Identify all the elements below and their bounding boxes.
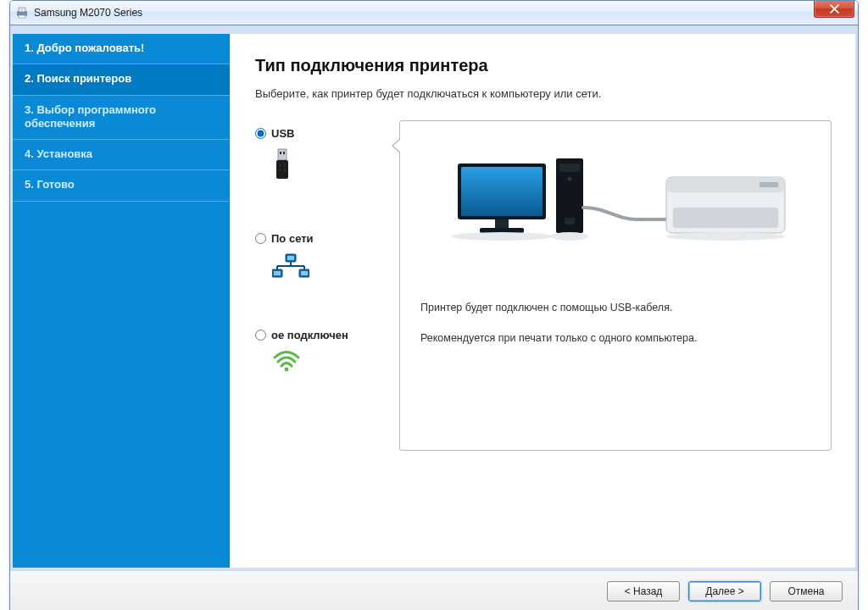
svg-rect-34 bbox=[760, 182, 778, 187]
radio-usb-label[interactable]: USB bbox=[271, 127, 294, 140]
radio-network[interactable] bbox=[255, 233, 266, 244]
svg-rect-28 bbox=[559, 164, 580, 172]
step-select-software[interactable]: 3. Выбор программного обеспечения bbox=[13, 96, 230, 141]
printer-app-icon bbox=[15, 6, 29, 19]
svg-rect-5 bbox=[283, 152, 285, 154]
step-done[interactable]: 5. Готово bbox=[13, 170, 230, 201]
cancel-button[interactable]: Отмена bbox=[770, 581, 843, 602]
titlebar: Samsung M2070 Series bbox=[10, 1, 858, 25]
svg-rect-20 bbox=[301, 271, 308, 275]
connection-options: USB bbox=[255, 120, 399, 422]
usb-connection-illustration bbox=[415, 152, 815, 262]
close-button[interactable] bbox=[814, 0, 854, 18]
option-usb: USB bbox=[255, 127, 399, 185]
svg-rect-3 bbox=[278, 149, 287, 160]
page-title: Тип подключения принтера bbox=[255, 56, 832, 75]
radio-wireless-label[interactable]: ое подключен bbox=[271, 329, 348, 341]
wizard-footer: < Назад Далее > Отмена bbox=[10, 570, 858, 610]
close-icon bbox=[830, 4, 839, 14]
panel-text-1: Принтер будет подключен с помощью USB-ка… bbox=[420, 301, 815, 316]
svg-point-8 bbox=[284, 164, 286, 166]
next-button[interactable]: Далее > bbox=[688, 581, 761, 602]
option-wireless: ое подключен bbox=[255, 329, 399, 374]
page-subtitle: Выберите, как принтер будет подключаться… bbox=[255, 87, 832, 100]
usb-icon bbox=[272, 148, 399, 185]
svg-point-29 bbox=[567, 176, 571, 180]
svg-point-36 bbox=[451, 232, 553, 241]
svg-point-10 bbox=[284, 169, 286, 171]
svg-point-7 bbox=[279, 164, 281, 166]
step-welcome[interactable]: 1. Добро пожаловать! bbox=[13, 34, 230, 64]
svg-rect-30 bbox=[565, 218, 575, 225]
svg-rect-12 bbox=[287, 256, 294, 260]
client-area: 1. Добро пожаловать! 2. Поиск принтеров … bbox=[10, 25, 858, 570]
panel-text-2: Рекомендуется при печати только с одного… bbox=[420, 331, 815, 347]
wizard-sidebar: 1. Добро пожаловать! 2. Поиск принтеров … bbox=[13, 34, 230, 568]
installer-window: Samsung M2070 Series 1. Добро пожаловать… bbox=[9, 0, 859, 610]
svg-point-37 bbox=[551, 232, 588, 241]
radio-network-label[interactable]: По сети bbox=[271, 232, 314, 245]
svg-point-9 bbox=[279, 169, 281, 171]
svg-rect-6 bbox=[276, 160, 288, 179]
step-install[interactable]: 4. Установка bbox=[13, 140, 230, 170]
window-title: Samsung M2070 Series bbox=[34, 7, 142, 19]
option-network: По сети bbox=[255, 232, 399, 281]
svg-point-21 bbox=[285, 368, 289, 372]
svg-rect-18 bbox=[274, 271, 281, 275]
svg-rect-33 bbox=[673, 208, 778, 228]
svg-point-35 bbox=[666, 232, 785, 241]
description-panel: Принтер будет подключен с помощью USB-ка… bbox=[399, 120, 832, 451]
radio-wireless[interactable] bbox=[255, 330, 266, 341]
back-button[interactable]: < Назад bbox=[607, 581, 680, 602]
svg-rect-1 bbox=[19, 8, 25, 12]
wifi-icon bbox=[272, 350, 399, 374]
svg-rect-4 bbox=[280, 152, 281, 154]
network-icon bbox=[272, 253, 399, 281]
svg-rect-2 bbox=[19, 15, 25, 18]
svg-rect-25 bbox=[495, 219, 509, 228]
step-search-printers[interactable]: 2. Поиск принтеров bbox=[13, 64, 230, 95]
main-panel: Тип подключения принтера Выберите, как п… bbox=[230, 34, 855, 568]
svg-rect-24 bbox=[461, 167, 542, 216]
radio-usb[interactable] bbox=[255, 128, 266, 139]
